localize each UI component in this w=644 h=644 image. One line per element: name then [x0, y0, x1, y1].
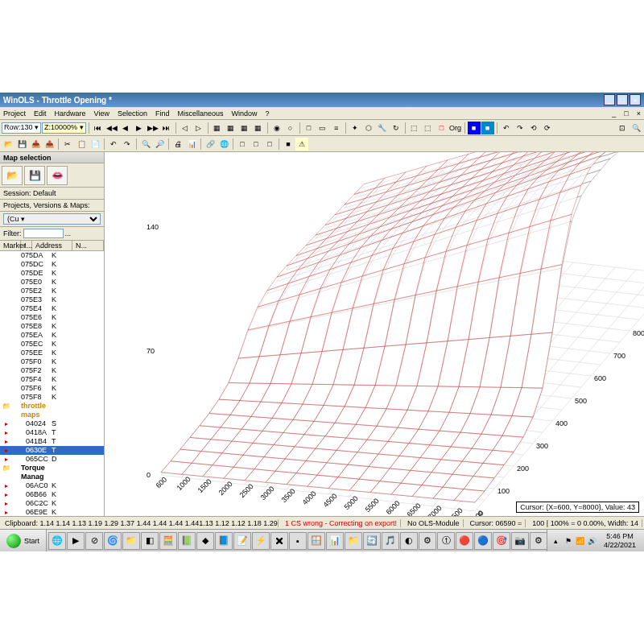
menu-window[interactable]: Window [231, 109, 257, 118]
tree-item[interactable]: 📁throttle maps [0, 402, 104, 419]
grid-c-icon[interactable]: ▦ [238, 122, 251, 134]
taskbar-app-0[interactable]: 🌐 [48, 532, 66, 550]
menu-find[interactable]: Find [155, 109, 170, 118]
next-map-icon[interactable]: ▷ [192, 122, 205, 134]
open-icon[interactable]: 📂 [2, 138, 14, 151]
rot-d-icon[interactable]: ⟳ [541, 122, 554, 134]
view-icon[interactable]: ◉ [270, 122, 283, 134]
grid-a-icon[interactable]: ▦ [211, 122, 224, 134]
close-button[interactable]: × [630, 94, 641, 105]
tree-item[interactable]: 075E2K [0, 287, 104, 295]
taskbar-app-7[interactable]: 📗 [178, 532, 196, 550]
taskbar-app-13[interactable]: ▪ [289, 532, 307, 550]
tray-vol-icon[interactable]: 🔊 [587, 535, 598, 547]
taskbar-app-4[interactable]: 📁 [122, 532, 140, 550]
tool-c-icon[interactable]: ≡ [330, 122, 343, 134]
tree-item[interactable]: ▸04024S [0, 419, 104, 428]
taskbar-app-21[interactable]: ⓣ [437, 532, 455, 550]
nav-prev-icon[interactable]: ◀◀ [105, 122, 118, 134]
taskbar-app-8[interactable]: ◆ [196, 532, 214, 550]
tree-item[interactable]: 075DCK [0, 260, 104, 269]
print-icon[interactable]: 🖨 [171, 138, 184, 151]
connect-icon[interactable]: 🔗 [204, 138, 217, 151]
tree-item[interactable]: 075E4K [0, 304, 104, 313]
taskbar-app-10[interactable]: 📝 [233, 532, 251, 550]
nav-first-icon[interactable]: ⏮ [92, 122, 105, 134]
tree-item[interactable]: 075ECK [0, 340, 104, 349]
rot-b-icon[interactable]: ↷ [514, 122, 526, 134]
taskbar-app-18[interactable]: 🎵 [382, 532, 399, 550]
report-icon[interactable]: 📊 [185, 138, 198, 151]
tree-item[interactable]: 075EAK [0, 331, 104, 340]
taskbar-app-3[interactable]: 🌀 [104, 532, 122, 550]
tree-item[interactable]: ▸0418AT [0, 428, 104, 437]
filter-input[interactable] [23, 229, 64, 238]
taskbar-app-24[interactable]: 🎯 [493, 532, 510, 550]
save-icon[interactable]: 💾 [15, 138, 28, 151]
wrench-icon[interactable]: 🔧 [376, 122, 389, 134]
taskbar-app-12[interactable]: 🗙 [270, 532, 288, 550]
mdi-minimize[interactable]: _ [612, 109, 616, 118]
sidebar-lips-icon[interactable]: 👄 [47, 166, 68, 185]
tree-item[interactable]: 075E6K [0, 313, 104, 322]
menu-misc[interactable]: Miscellaneous [177, 109, 223, 118]
minimize-button[interactable]: _ [604, 94, 615, 105]
tree-item[interactable]: ▸065CCD [0, 455, 104, 464]
menu-help[interactable]: ? [266, 109, 270, 118]
taskbar-app-19[interactable]: ◐ [400, 532, 418, 550]
taskbar-app-23[interactable]: 🔵 [474, 532, 492, 550]
taskbar-app-16[interactable]: 📁 [345, 532, 362, 550]
rot-c-icon[interactable]: ⟲ [527, 122, 540, 134]
grid-d-icon[interactable]: ▦ [252, 122, 265, 134]
sel-a-icon[interactable]: ⬚ [408, 122, 421, 134]
taskbar-app-26[interactable]: ⚙ [530, 532, 547, 550]
globe-icon[interactable]: 🌐 [217, 138, 230, 151]
menu-hardware[interactable]: Hardware [55, 109, 86, 118]
nav-next-icon[interactable]: ▶▶ [147, 122, 159, 134]
taskbar-app-15[interactable]: 📊 [326, 532, 344, 550]
wand-icon[interactable]: ✦ [349, 122, 361, 134]
taskbar-app-20[interactable]: ⚙ [419, 532, 436, 550]
zoom-in-icon[interactable]: 🔍 [630, 122, 642, 134]
row-field[interactable]: Row:130 ▾ [2, 122, 41, 134]
taskbar-app-1[interactable]: ▶ [67, 532, 85, 550]
tool-b-icon[interactable]: ▭ [316, 122, 329, 134]
prev-map-icon[interactable]: ◁ [179, 122, 192, 134]
tree-item[interactable]: ▸06B66K [0, 490, 104, 499]
3d-surface-chart[interactable]: 0701406001000150020002500300035004000450… [105, 152, 644, 516]
tree-item[interactable]: 075F4K [0, 375, 104, 384]
undo-icon[interactable]: ↶ [107, 138, 120, 151]
tree-item[interactable]: 075F8K [0, 393, 104, 402]
hex-icon[interactable]: ⬡ [362, 122, 375, 134]
tree-item[interactable]: ▸06C2CK [0, 499, 104, 508]
nav-last-icon[interactable]: ⏭ [160, 122, 173, 134]
tool-a-icon[interactable]: □ [303, 122, 316, 134]
projects-dropdown[interactable]: (Cu ▾ [3, 213, 101, 225]
menu-edit[interactable]: Edit [34, 109, 47, 118]
tree-item[interactable]: 075DEK [0, 269, 104, 278]
sidebar-save-icon[interactable]: 💾 [24, 166, 45, 185]
tray-up-icon[interactable]: ▴ [551, 535, 562, 547]
color-b-icon[interactable]: ■ [481, 122, 494, 134]
copy-icon[interactable]: 📋 [75, 138, 88, 151]
maximize-button[interactable]: □ [617, 94, 628, 105]
tree-item[interactable]: 075F0K [0, 357, 104, 366]
org-icon[interactable]: Org [449, 122, 462, 134]
menu-view[interactable]: View [94, 109, 109, 118]
stop-icon[interactable]: ■ [282, 138, 295, 151]
menu-selection[interactable]: Selection [118, 109, 147, 118]
taskbar-app-5[interactable]: ◧ [141, 532, 159, 550]
taskbar-app-2[interactable]: ⊘ [85, 532, 103, 550]
taskbar-app-14[interactable]: 🪟 [308, 532, 325, 550]
tree-item[interactable]: 075E3K [0, 295, 104, 304]
find-next-icon[interactable]: 🔎 [153, 138, 166, 151]
grid-b-icon[interactable]: ▦ [225, 122, 237, 134]
paste-icon[interactable]: 📄 [89, 138, 101, 151]
redo-icon[interactable]: ↷ [121, 138, 134, 151]
taskbar-app-22[interactable]: 🔴 [456, 532, 473, 550]
tree-item[interactable]: ▸06E9EK [0, 508, 104, 516]
taskbar-app-25[interactable]: 📷 [511, 532, 529, 550]
zoom-field[interactable]: Z:10000% ▾ [42, 122, 86, 134]
taskbar-app-17[interactable]: 🔄 [363, 532, 381, 550]
tree-item[interactable]: 075E0K [0, 278, 104, 287]
